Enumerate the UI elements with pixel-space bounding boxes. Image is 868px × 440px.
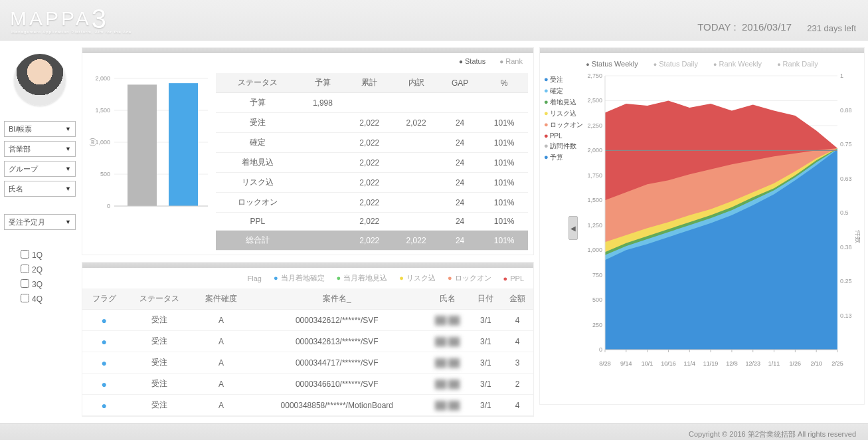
table-row[interactable]: ●受注A0000348858/******/MotionBoard██ ██3/… [82,395,533,416]
checkbox-1Q[interactable] [21,250,29,259]
svg-text:0: 0 [599,346,602,353]
table-row[interactable]: ●受注A0000342612/******/SVF██ ██3/14 [82,310,533,331]
quarter-3Q[interactable]: 3Q [18,277,76,290]
table-row[interactable]: ●受注A0000342613/******/SVF██ ██3/14 [82,331,533,352]
deal-col: 案件名_ [249,288,425,310]
quarter-2Q[interactable]: 2Q [18,263,76,275]
legend-item: 着地見込 [544,98,581,107]
kpi-row: PPL2,02224101% [216,213,528,231]
kpi-col: GAP [440,73,481,93]
select-3[interactable]: 氏名▼ [4,181,76,197]
kpi-row: 着地見込2,02224101% [216,153,528,173]
svg-text:0.25: 0.25 [840,278,852,284]
logo-text: MAPPA [10,7,92,29]
flag-legend-label: Flag [248,275,262,282]
trend-panel: Status Weekly Status Daily Rank Weekly R… [539,47,865,405]
quarter-checkboxes: 1Q2Q3Q4Q [3,243,76,304]
quarter-4Q[interactable]: 4Q [18,292,76,304]
chevron-down-icon: ▼ [65,219,71,225]
svg-text:0.63: 0.63 [840,175,852,182]
svg-text:250: 250 [592,322,602,328]
kpi-barchart: 05001,0001,5002,000(w) [88,73,211,219]
kpi-tabs: Status Rank [82,53,533,66]
svg-text:500: 500 [100,171,110,177]
days-left: 231 days left [807,23,856,33]
deal-col: 金額 [501,288,533,310]
footer: Copyright © 2016 第2営業統括部 All rights rese… [0,423,868,440]
svg-text:1,500: 1,500 [587,197,602,203]
tab-rank-weekly[interactable]: Rank Weekly [713,60,762,68]
svg-text:2,750: 2,750 [587,72,602,79]
select-0[interactable]: BI/帳票▼ [4,121,76,137]
legend-item: 予算 [544,153,581,162]
select-4[interactable]: 受注予定月▼ [4,214,76,230]
tab-rank-daily[interactable]: Rank Daily [777,60,818,68]
tab-rank[interactable]: Rank [499,57,523,65]
kpi-row: 確定2,02224101% [216,133,528,153]
svg-text:2,500: 2,500 [587,97,602,104]
kpi-col: 累計 [346,73,392,93]
table-row[interactable]: ●受注A0000344717/******/SVF██ ██3/13 [82,352,533,374]
deal-col: 案件確度 [193,288,249,310]
legend-item: リスク込 [544,109,581,118]
svg-text:1,250: 1,250 [587,222,602,229]
deal-col: 日付 [470,288,501,310]
svg-text:0.13: 0.13 [840,312,852,319]
table-row[interactable]: ●受注A0000346610/******/SVF██ ██3/12 [82,374,533,395]
select-2[interactable]: グループ▼ [4,161,76,177]
svg-text:2/25: 2/25 [831,360,843,367]
svg-text:2,000: 2,000 [95,75,110,82]
trend-tabs: Status Weekly Status Daily Rank Weekly R… [540,53,864,70]
quarter-1Q[interactable]: 1Q [18,248,76,261]
deals-panel: Flag 当月着地確定 当月着地見込 リスク込 ロックオン PPL フラグステー… [82,262,534,417]
checkbox-2Q[interactable] [21,265,29,273]
legend-item: PPL [544,132,581,140]
today: TODAY : 2016/03/17 [697,21,792,33]
kpi-row: ロックオン2,02224101% [216,193,528,213]
legend-item: ロックオン [544,120,581,130]
svg-text:11/19: 11/19 [703,360,719,367]
kpi-row: 受注2,0222,02224101% [216,113,528,133]
flag-legend: Flag 当月着地確定 当月着地見込 リスク込 ロックオン PPL [82,268,533,288]
svg-text:12/8: 12/8 [726,360,738,367]
svg-text:0.38: 0.38 [840,244,852,251]
svg-text:件数: 件数 [855,230,860,243]
trend-chart: 02505007501,0001,2501,5001,7502,0002,250… [581,70,860,389]
svg-text:1,750: 1,750 [587,172,602,179]
footer-text: Copyright © 2016 第2営業統括部 All rights rese… [689,430,856,438]
kpi-row: 総合計2,0222,02224101% [216,231,528,251]
svg-text:1,000: 1,000 [95,139,110,146]
legend-item: 確定 [544,86,581,96]
svg-text:1/11: 1/11 [768,360,780,367]
logo-subtitle: Management Application Platform, Aim for… [11,30,131,34]
svg-text:500: 500 [592,296,602,303]
tab-status[interactable]: Status [459,57,485,65]
avatar [14,54,66,106]
tab-status-daily[interactable]: Status Daily [653,60,698,68]
svg-text:2/10: 2/10 [810,360,822,367]
svg-text:11/4: 11/4 [684,360,696,367]
svg-text:2,000: 2,000 [587,147,602,154]
kpi-col: % [480,73,528,93]
chevron-down-icon: ▼ [65,126,71,132]
flag-dot-icon: ● [102,315,107,326]
logo-version: 3 [92,4,109,33]
kpi-col: ステータス [216,73,300,93]
kpi-table: ステータス予算累計内訳GAP%予算1,998受注2,0222,02224101%… [216,73,528,251]
deal-col: 氏名 [425,288,470,310]
kpi-col: 予算 [300,73,346,93]
select-1[interactable]: 営業部▼ [4,141,76,157]
legend-item: 受注 [544,75,581,84]
checkbox-3Q[interactable] [21,279,29,288]
svg-rect-11 [128,84,157,206]
tab-status-weekly[interactable]: Status Weekly [586,60,638,68]
flag-dot-icon: ● [102,358,107,368]
checkbox-4Q[interactable] [21,294,29,302]
deal-col: フラグ [82,288,126,310]
chevron-down-icon: ▼ [65,146,71,152]
panel-collapse-handle[interactable]: ◀ [568,216,578,240]
header: MAPPA3 Management Application Platform, … [0,0,868,41]
deal-col: ステータス [126,288,194,310]
svg-text:1: 1 [840,72,843,79]
svg-text:12/23: 12/23 [745,360,760,367]
